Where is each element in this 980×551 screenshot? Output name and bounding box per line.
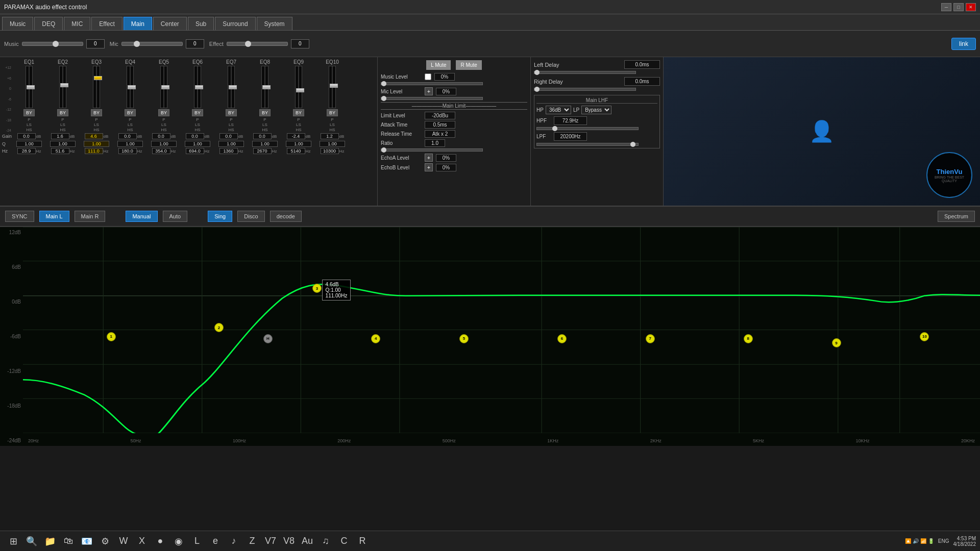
spectrum-button[interactable]: Spectrum xyxy=(938,211,975,222)
v8-icon[interactable]: V8 xyxy=(281,533,297,549)
effect-slider[interactable] xyxy=(227,42,288,46)
tab-music[interactable]: Music xyxy=(2,17,33,30)
eq9-hz[interactable] xyxy=(287,148,305,154)
ratio-slider[interactable] xyxy=(381,148,483,152)
eq8-hz[interactable] xyxy=(253,148,272,154)
eq7-gain[interactable] xyxy=(219,133,238,139)
spotify-icon[interactable]: ♪ xyxy=(226,533,242,549)
eq9-gain[interactable] xyxy=(287,133,305,139)
maximize-button[interactable]: □ xyxy=(953,3,964,11)
left-delay-slider[interactable] xyxy=(534,71,636,74)
decode-button[interactable]: decode xyxy=(270,211,302,222)
mic-slider[interactable] xyxy=(121,42,183,46)
eq6-by-btn[interactable]: BY xyxy=(192,109,203,116)
eq3-gain[interactable] xyxy=(85,133,103,139)
search-icon[interactable]: 🔍 xyxy=(23,533,40,549)
mic-level-value[interactable]: 0% xyxy=(436,88,456,95)
eq2-gain[interactable] xyxy=(51,133,69,139)
limit-level-value[interactable]: -20dBu xyxy=(425,112,455,119)
eq10-q[interactable] xyxy=(320,141,345,147)
eq8-q[interactable] xyxy=(252,141,278,147)
edge-icon[interactable]: e xyxy=(207,533,224,549)
left-delay-value[interactable]: 0.0ms xyxy=(624,60,660,69)
audition-icon[interactable]: Au xyxy=(299,533,315,549)
music-value[interactable]: 0 xyxy=(86,39,105,48)
music-slider[interactable] xyxy=(22,42,83,46)
eq5-by-btn[interactable]: BY xyxy=(158,109,169,116)
eq3-by-btn[interactable]: BY xyxy=(91,109,102,116)
eq-node-5[interactable]: 5 xyxy=(459,334,469,343)
start-button[interactable]: ⊞ xyxy=(5,533,21,549)
v7-icon[interactable]: V7 xyxy=(262,533,279,549)
eq7-by-btn[interactable]: BY xyxy=(226,109,237,116)
eq-node-H[interactable]: H xyxy=(263,334,273,343)
tab-mic[interactable]: MIC xyxy=(64,17,90,30)
main-r-button[interactable]: Main R xyxy=(75,211,106,222)
eq-node-1[interactable]: 1 xyxy=(107,332,116,341)
sing-button[interactable]: Sing xyxy=(208,211,232,222)
eq4-q[interactable] xyxy=(117,141,143,147)
app5-icon[interactable]: ⚙ xyxy=(97,533,113,549)
sync-button[interactable]: SYNC xyxy=(5,211,34,222)
eq-node-3[interactable]: 3 xyxy=(312,284,322,293)
ratio-value[interactable]: 1.0 xyxy=(425,139,445,147)
music-level-slider[interactable] xyxy=(381,82,483,85)
files-icon[interactable]: 📁 xyxy=(42,533,58,549)
zalo-icon[interactable]: Z xyxy=(244,533,260,549)
mic-value[interactable]: 0 xyxy=(186,39,204,48)
eq2-q[interactable] xyxy=(50,141,76,147)
browser2-icon[interactable]: ◉ xyxy=(170,533,187,549)
close-button[interactable]: ✕ xyxy=(966,3,976,11)
eq8-by-btn[interactable]: BY xyxy=(259,109,271,116)
eq5-hz[interactable] xyxy=(152,148,170,154)
eq-node-4[interactable]: 4 xyxy=(371,334,380,343)
right-delay-slider[interactable] xyxy=(534,88,636,91)
manual-button[interactable]: Manual xyxy=(126,211,157,222)
cakewalk-icon[interactable]: C xyxy=(336,533,352,549)
eq-node-9[interactable]: 9 xyxy=(832,338,841,347)
chrome-icon[interactable]: ● xyxy=(152,533,168,549)
echoB-level-value[interactable]: 0% xyxy=(436,164,456,171)
echoA-plus[interactable]: + xyxy=(425,154,433,162)
tab-main[interactable]: Main xyxy=(124,17,152,30)
eq2-by-btn[interactable]: BY xyxy=(57,109,68,116)
eq8-gain[interactable] xyxy=(253,133,272,139)
app-r-icon[interactable]: R xyxy=(354,533,371,549)
mic-level-plus[interactable]: + xyxy=(425,87,433,95)
music-level-value[interactable]: 0% xyxy=(434,73,455,81)
r-mute-button[interactable]: R Mute xyxy=(456,60,481,70)
excel-icon[interactable]: X xyxy=(134,533,150,549)
eq1-gain[interactable] xyxy=(17,133,36,139)
eq-node-10[interactable]: 10 xyxy=(920,332,929,341)
mic-level-slider[interactable] xyxy=(381,97,483,100)
eq2-hz[interactable] xyxy=(51,148,69,154)
right-delay-value[interactable]: 0.0ms xyxy=(624,77,660,86)
eq4-by-btn[interactable]: BY xyxy=(125,109,136,116)
eq6-hz[interactable] xyxy=(186,148,204,154)
echoB-plus[interactable]: + xyxy=(425,163,433,171)
tab-center[interactable]: Center xyxy=(153,17,187,30)
store-icon[interactable]: 🛍 xyxy=(60,533,77,549)
eq1-by-btn[interactable]: BY xyxy=(23,109,35,116)
tab-system[interactable]: System xyxy=(257,17,292,30)
eq5-gain[interactable] xyxy=(152,133,170,139)
eq1-q[interactable] xyxy=(16,141,42,147)
music-level-check[interactable] xyxy=(425,73,431,80)
tab-deq[interactable]: DEQ xyxy=(34,17,63,30)
lpf-slider[interactable] xyxy=(536,143,639,146)
effect-value[interactable]: 0 xyxy=(291,39,309,48)
eq10-gain[interactable] xyxy=(321,133,339,139)
hpf-value[interactable]: 72.9Hz xyxy=(554,116,587,125)
link-button[interactable]: link xyxy=(951,38,976,50)
release-time-value[interactable]: Atk x 2 xyxy=(425,130,455,138)
word-icon[interactable]: W xyxy=(115,533,132,549)
tab-effect[interactable]: Effect xyxy=(91,17,122,30)
eq-node-6[interactable]: 6 xyxy=(557,334,567,343)
eq10-by-btn[interactable]: BY xyxy=(327,109,338,116)
eq9-by-btn[interactable]: BY xyxy=(293,109,304,116)
tab-sub[interactable]: Sub xyxy=(188,17,214,30)
eq6-q[interactable] xyxy=(185,141,210,147)
eq3-q[interactable] xyxy=(84,141,109,147)
eq6-gain[interactable] xyxy=(186,133,204,139)
music2-icon[interactable]: ♫ xyxy=(317,533,334,549)
